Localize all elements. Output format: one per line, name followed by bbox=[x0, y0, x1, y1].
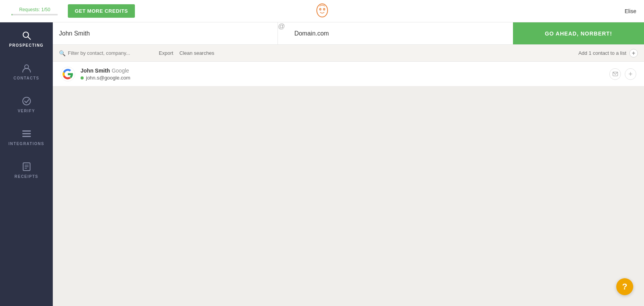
clean-searches-button[interactable]: Clean searches bbox=[180, 50, 214, 56]
google-g-icon bbox=[62, 69, 73, 79]
filter-actions: Export Clean searches bbox=[159, 50, 214, 56]
search-row: @ GO AHEAD, NORBERT! bbox=[53, 22, 644, 45]
add-contact-list-container: Add 1 contact to a list + bbox=[578, 49, 638, 57]
result-name-company: John Smith Google bbox=[81, 67, 130, 74]
add-contact-list-label: Add 1 contact to a list bbox=[578, 50, 626, 56]
search-icon bbox=[21, 30, 32, 41]
result-info: John Smith Google john.s@google.com bbox=[81, 67, 130, 81]
svg-rect-11 bbox=[22, 136, 31, 137]
export-button[interactable]: Export bbox=[159, 50, 173, 56]
go-button[interactable]: GO AHEAD, NORBERT! bbox=[513, 22, 644, 44]
sidebar-contacts-label: CONTACTS bbox=[13, 76, 39, 80]
result-name: John Smith bbox=[81, 68, 110, 74]
result-email: john.s@google.com bbox=[86, 75, 130, 81]
main-layout: PROSPECTING CONTACTS VERIFY I bbox=[0, 22, 644, 306]
name-input-wrapper bbox=[53, 22, 278, 44]
filter-input[interactable] bbox=[68, 50, 153, 56]
norbert-logo-icon bbox=[314, 2, 330, 19]
filter-bar: 🔍 Export Clean searches Add 1 contact to… bbox=[53, 45, 644, 62]
requests-label: Requests: 1/50 bbox=[19, 7, 50, 12]
sidebar: PROSPECTING CONTACTS VERIFY I bbox=[0, 22, 53, 306]
results-area: John Smith Google john.s@google.com bbox=[53, 62, 644, 306]
requests-progress-bar bbox=[12, 14, 58, 15]
requests-progress-fill bbox=[12, 14, 12, 15]
svg-point-3 bbox=[320, 9, 321, 10]
sidebar-prospecting-label: PROSPECTING bbox=[9, 43, 44, 47]
filter-search-icon: 🔍 bbox=[59, 50, 66, 56]
table-row: John Smith Google john.s@google.com bbox=[53, 62, 644, 86]
top-bar: Requests: 1/50 GET MORE CREDITS Elise bbox=[0, 0, 644, 22]
help-button[interactable]: ? bbox=[616, 278, 633, 295]
content-area: @ GO AHEAD, NORBERT! 🔍 Export Clean sear… bbox=[53, 22, 644, 306]
result-actions: + bbox=[609, 68, 636, 80]
sidebar-item-receipts[interactable]: RECEIPTS bbox=[0, 154, 53, 186]
requests-container: Requests: 1/50 bbox=[8, 7, 62, 15]
svg-rect-10 bbox=[22, 133, 31, 134]
at-icon: @ bbox=[278, 22, 285, 44]
sidebar-item-contacts[interactable]: CONTACTS bbox=[0, 55, 53, 88]
company-logo bbox=[61, 67, 75, 81]
result-company: Google bbox=[112, 68, 129, 74]
svg-rect-9 bbox=[22, 130, 31, 132]
name-input[interactable] bbox=[59, 30, 271, 37]
svg-point-4 bbox=[324, 9, 325, 10]
sidebar-receipts-label: RECEIPTS bbox=[14, 174, 38, 179]
receipts-icon bbox=[21, 161, 32, 172]
sidebar-item-verify[interactable]: VERIFY bbox=[0, 88, 53, 121]
get-credits-button[interactable]: GET MORE CREDITS bbox=[68, 4, 135, 18]
sidebar-item-integrations[interactable]: INTEGRATIONS bbox=[0, 121, 53, 154]
domain-input-wrapper bbox=[288, 22, 513, 44]
sidebar-verify-label: VERIFY bbox=[18, 109, 35, 113]
svg-line-6 bbox=[28, 37, 30, 40]
svg-point-0 bbox=[317, 4, 328, 17]
domain-input[interactable] bbox=[294, 30, 507, 37]
sidebar-item-prospecting[interactable]: PROSPECTING bbox=[0, 22, 53, 55]
user-name-label: Elise bbox=[625, 8, 636, 14]
integrations-icon bbox=[21, 128, 32, 139]
email-verified-dot bbox=[81, 76, 84, 79]
verify-icon bbox=[21, 96, 32, 107]
logo bbox=[314, 2, 330, 20]
contacts-icon bbox=[21, 63, 32, 74]
add-to-list-button[interactable]: + bbox=[629, 49, 638, 57]
result-email-row: john.s@google.com bbox=[81, 75, 130, 81]
email-action-button[interactable] bbox=[609, 68, 621, 80]
email-icon bbox=[612, 71, 618, 77]
sidebar-integrations-label: INTEGRATIONS bbox=[8, 142, 44, 146]
add-icon: + bbox=[629, 71, 633, 78]
svg-point-8 bbox=[23, 97, 30, 105]
add-action-button[interactable]: + bbox=[625, 68, 636, 80]
